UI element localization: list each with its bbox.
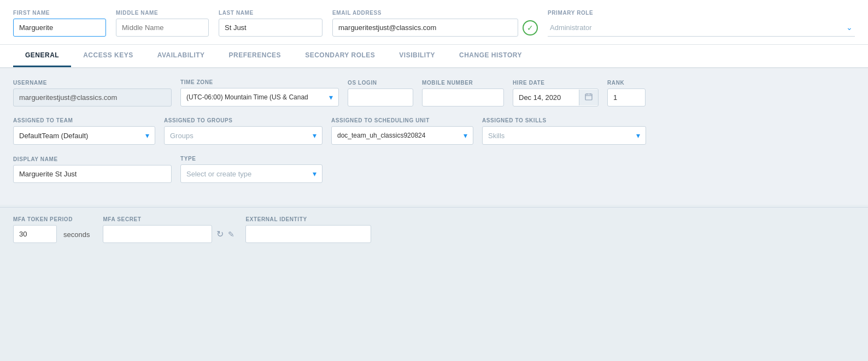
refresh-icon[interactable]: ↻ [216,229,224,239]
email-group: EMAIL ADDRESS ✓ [332,10,538,37]
display-name-input[interactable] [13,165,172,183]
top-section: FIRST NAME MIDDLE NAME LAST NAME EMAIL A… [0,0,868,45]
display-name-field-group: DISPLAY NAME [13,156,172,183]
form-row-3: DISPLAY NAME TYPE Select or create type … [13,156,855,183]
bottom-section: MFA TOKEN PERIOD seconds MFA SECRET ↻ ✎ … [0,207,868,252]
mobile-field-group: MOBILE NUMBER [422,80,504,106]
primary-role-group: PRIMARY ROLE Administrator ⌄ [548,10,855,37]
skills-label: ASSIGNED TO SKILLS [482,117,646,123]
groups-field-group: ASSIGNED TO GROUPS Groups ▾ [164,117,322,145]
mfa-secret-row: ↻ ✎ [103,225,234,243]
timezone-label: TIME ZONE [180,79,339,85]
team-value: DefaultTeam (Default) [19,132,88,140]
type-label: TYPE [180,156,322,162]
tab-preferences[interactable]: PREFERENCES [217,45,294,67]
username-field-group: USERNAME [13,80,172,106]
external-identity-input[interactable] [245,225,371,243]
mfa-token-inline: seconds [13,225,92,243]
email-verified-icon: ✓ [523,20,538,35]
middle-name-input[interactable] [116,19,209,37]
tab-access-keys[interactable]: ACCESS KEYS [71,45,145,67]
mfa-secret-input[interactable] [103,225,212,243]
type-field-group: TYPE Select or create type ▾ [180,156,322,183]
tab-general[interactable]: GENERAL [13,45,71,67]
main-content: USERNAME TIME ZONE (UTC-06:00) Mountain … [0,68,868,205]
mobile-label: MOBILE NUMBER [422,80,504,86]
groups-chevron: ▾ [313,131,316,140]
groups-value: Groups [170,132,193,140]
scheduling-field-group: ASSIGNED TO SCHEDULING UNIT doc_team_uh_… [331,117,473,145]
mfa-token-label: MFA TOKEN PERIOD [13,216,92,222]
external-identity-group: EXTERNAL IDENTITY [245,216,371,243]
mfa-secret-label: MFA SECRET [103,216,234,222]
type-select[interactable]: Select or create type ▾ [180,164,322,183]
email-row: ✓ [332,19,538,37]
timezone-chevron: ▾ [329,93,333,102]
hiredate-wrapper [513,88,599,106]
type-chevron: ▾ [313,169,316,178]
middle-name-label: MIDDLE NAME [116,10,209,16]
oslogin-label: OS LOGIN [348,80,413,86]
groups-select[interactable]: Groups ▾ [164,126,322,145]
hiredate-field-group: HIRE DATE [513,80,599,106]
team-field-group: ASSIGNED TO TEAM DefaultTeam (Default) ▾ [13,117,155,145]
primary-role-label: PRIMARY ROLE [548,10,855,16]
timezone-value: (UTC-06:00) Mountain Time (US & Canad [186,93,308,101]
seconds-label: seconds [61,226,92,243]
skills-field-group: ASSIGNED TO SKILLS Skills ▾ [482,117,646,145]
oslogin-input[interactable] [348,88,413,106]
primary-role-chevron: ⌄ [846,23,853,32]
last-name-label: LAST NAME [219,10,322,16]
first-name-input[interactable] [13,19,106,37]
oslogin-field-group: OS LOGIN [348,80,413,106]
svg-rect-0 [585,94,592,100]
form-row-2: ASSIGNED TO TEAM DefaultTeam (Default) ▾… [13,117,855,145]
email-input[interactable] [332,19,518,37]
hiredate-input[interactable] [513,89,579,106]
scheduling-label: ASSIGNED TO SCHEDULING UNIT [331,117,473,123]
primary-role-value: Administrator [550,23,592,32]
bottom-row: MFA TOKEN PERIOD seconds MFA SECRET ↻ ✎ … [13,216,855,243]
tabs-row: GENERAL ACCESS KEYS AVAILABILITY PREFERE… [13,45,855,67]
mfa-token-field-group: MFA TOKEN PERIOD seconds [13,216,92,243]
tabs-section: GENERAL ACCESS KEYS AVAILABILITY PREFERE… [0,45,868,68]
type-placeholder: Select or create type [186,170,251,178]
edit-icon[interactable]: ✎ [228,230,234,239]
last-name-input[interactable] [219,19,322,37]
skills-value: Skills [488,132,505,140]
scheduling-chevron: ▾ [464,131,467,140]
primary-role-select[interactable]: Administrator ⌄ [548,19,855,37]
display-name-label: DISPLAY NAME [13,156,172,162]
mfa-token-input[interactable] [13,225,57,243]
last-name-group: LAST NAME [219,10,322,37]
scheduling-select[interactable]: doc_team_uh_classics920824 ▾ [331,126,473,145]
rank-label: RANK [607,80,646,86]
team-chevron: ▾ [145,131,149,140]
tab-visibility[interactable]: VISIBILITY [387,45,447,67]
skills-select[interactable]: Skills ▾ [482,126,646,145]
username-label: USERNAME [13,80,172,86]
external-identity-label: EXTERNAL IDENTITY [245,216,371,222]
email-label: EMAIL ADDRESS [332,10,538,16]
calendar-icon[interactable] [579,90,598,105]
scheduling-value: doc_team_uh_classics920824 [337,132,425,139]
mfa-secret-group: MFA SECRET ↻ ✎ [103,216,234,243]
rank-input[interactable] [607,88,646,106]
middle-name-group: MIDDLE NAME [116,10,209,37]
team-label: ASSIGNED TO TEAM [13,117,155,123]
skills-chevron: ▾ [636,131,640,140]
timezone-select[interactable]: (UTC-06:00) Mountain Time (US & Canad ▾ [180,88,339,106]
tab-availability[interactable]: AVAILABILITY [145,45,217,67]
first-name-group: FIRST NAME [13,10,106,37]
tab-change-history[interactable]: CHANGE HISTORY [447,45,534,67]
username-input [13,88,172,106]
form-row-1: USERNAME TIME ZONE (UTC-06:00) Mountain … [13,79,855,106]
groups-label: ASSIGNED TO GROUPS [164,117,322,123]
hiredate-label: HIRE DATE [513,80,599,86]
mobile-input[interactable] [422,88,504,106]
rank-field-group: RANK [607,80,646,106]
team-select[interactable]: DefaultTeam (Default) ▾ [13,126,155,145]
tab-secondary-roles[interactable]: SECONDARY ROLES [293,45,387,67]
first-name-label: FIRST NAME [13,10,106,16]
timezone-field-group: TIME ZONE (UTC-06:00) Mountain Time (US … [180,79,339,106]
